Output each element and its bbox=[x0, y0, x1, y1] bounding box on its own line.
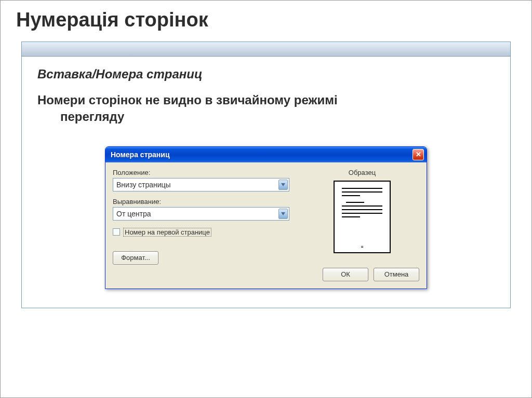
preview-page-number: = bbox=[361, 244, 364, 249]
format-button[interactable]: Формат... bbox=[113, 251, 158, 265]
description-line1: Номери сторінок не видно в звичайному ре… bbox=[37, 93, 338, 107]
cancel-button[interactable]: Отмена bbox=[374, 268, 419, 281]
chevron-down-icon bbox=[278, 180, 288, 190]
ok-cancel-row: ОК Отмена bbox=[305, 265, 419, 281]
preview-line bbox=[342, 191, 382, 193]
preview-line bbox=[342, 205, 382, 207]
preview-line bbox=[342, 216, 360, 217]
preview-line bbox=[342, 195, 360, 196]
frame-body: Вставка/Номера страниц Номери сторінок н… bbox=[22, 57, 510, 308]
alignment-value: От центра bbox=[116, 210, 151, 218]
preview-page-icon: = bbox=[334, 181, 391, 253]
first-page-checkbox-row[interactable]: Номер на первой странице bbox=[113, 227, 289, 238]
chevron-down-icon bbox=[278, 209, 288, 219]
preview-line bbox=[342, 188, 382, 189]
slide-title: Нумерація сторінок bbox=[1, 1, 531, 42]
dialog-body: Положение: Внизу страницы Выравнивание: … bbox=[105, 162, 427, 289]
preview-label: Образец bbox=[305, 169, 419, 176]
position-value: Внизу страницы bbox=[116, 181, 171, 189]
frame-header-bar bbox=[22, 42, 510, 57]
preview-line bbox=[342, 209, 382, 210]
preview-section: Образец = bbox=[305, 169, 419, 281]
alignment-dropdown[interactable]: От центра bbox=[113, 207, 289, 221]
position-label: Положение: bbox=[113, 169, 289, 176]
form-section: Положение: Внизу страницы Выравнивание: … bbox=[113, 169, 289, 281]
content-frame: Вставка/Номера страниц Номери сторінок н… bbox=[21, 42, 511, 308]
subtitle-text: Вставка/Номера страниц bbox=[37, 67, 495, 81]
preview-line bbox=[342, 213, 382, 214]
btn-group: ОК Отмена bbox=[323, 268, 419, 281]
button-row: Формат... bbox=[113, 248, 289, 265]
alignment-label: Выравнивание: bbox=[113, 198, 289, 205]
first-page-label: Номер на первой странице bbox=[123, 228, 211, 237]
preview-line bbox=[346, 202, 364, 203]
page-numbers-dialog: Номера страниц ✕ Положение: Внизу страни… bbox=[105, 146, 427, 289]
position-dropdown[interactable]: Внизу страницы bbox=[113, 178, 289, 191]
close-button[interactable]: ✕ bbox=[413, 149, 424, 160]
close-icon: ✕ bbox=[416, 150, 421, 158]
first-page-checkbox[interactable] bbox=[113, 228, 120, 236]
slide-container: Нумерація сторінок Вставка/Номера страни… bbox=[0, 0, 532, 398]
ok-button[interactable]: ОК bbox=[323, 268, 368, 281]
dialog-titlebar[interactable]: Номера страниц ✕ bbox=[105, 147, 427, 162]
dialog-title: Номера страниц bbox=[111, 150, 170, 159]
description-line2: перегляду bbox=[37, 108, 495, 125]
description-text: Номери сторінок не видно в звичайному ре… bbox=[37, 92, 495, 126]
